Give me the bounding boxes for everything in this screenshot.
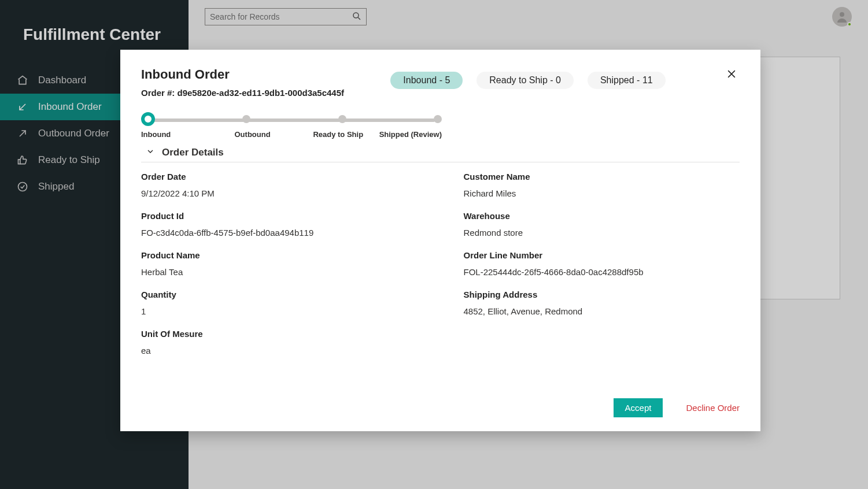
- field-value: Richard Miles: [464, 188, 740, 198]
- field-product-name: Product Name Herbal Tea: [141, 250, 418, 277]
- step-label: Ready to Ship: [304, 130, 373, 139]
- field-order-line-number: Order Line Number FOL-225444dc-26f5-4666…: [464, 250, 740, 277]
- field-value: 4852, Elliot, Avenue, Redmond: [464, 306, 740, 316]
- field-unit-of-measure: Unit Of Mesure ea: [141, 329, 418, 355]
- step-dot-shipped: [434, 115, 442, 123]
- modal-footer: Accept Decline Order: [141, 394, 740, 417]
- step-label: Inbound: [141, 130, 210, 139]
- step-dot-ready: [338, 115, 346, 123]
- pill-inbound[interactable]: Inbound - 5: [390, 72, 463, 89]
- step-dot-inbound: [141, 112, 155, 126]
- field-value: FOL-225444dc-26f5-4666-8da0-0ac4288df95b: [464, 267, 740, 277]
- pill-ready-to-ship[interactable]: Ready to Ship - 0: [477, 72, 574, 89]
- field-label: Quantity: [141, 290, 418, 299]
- order-stepper: Inbound Outbound Ready to Ship Shipped (…: [141, 114, 442, 139]
- step-dot-outbound: [242, 115, 250, 123]
- order-number: Order #: d9e5820e-ad32-ed11-9db1-000d3a5…: [141, 88, 344, 98]
- section-title: Order Details: [162, 147, 224, 158]
- field-product-id: Product Id FO-c3d4c0da-6ffb-4575-b9ef-bd…: [141, 211, 418, 238]
- field-label: Product Name: [141, 250, 418, 260]
- order-details-toggle[interactable]: Order Details: [141, 147, 740, 162]
- field-label: Shipping Address: [464, 290, 740, 299]
- field-value: FO-c3d4c0da-6ffb-4575-b9ef-bd0aa494b119: [141, 228, 418, 238]
- field-label: Customer Name: [464, 172, 740, 181]
- field-value: Redmond store: [464, 228, 740, 238]
- field-value: ea: [141, 346, 418, 355]
- accept-button[interactable]: Accept: [614, 398, 663, 417]
- field-label: Warehouse: [464, 211, 740, 221]
- field-customer-name: Customer Name Richard Miles: [464, 172, 740, 198]
- field-label: Order Line Number: [464, 250, 740, 260]
- close-icon: [726, 68, 737, 82]
- field-value: 9/12/2022 4:10 PM: [141, 188, 418, 198]
- field-label: Unit Of Mesure: [141, 329, 418, 339]
- field-quantity: Quantity 1: [141, 290, 418, 316]
- field-order-date: Order Date 9/12/2022 4:10 PM: [141, 172, 418, 198]
- field-value: 1: [141, 306, 418, 316]
- chevron-down-icon: [141, 147, 155, 158]
- decline-order-button[interactable]: Decline Order: [686, 403, 740, 413]
- close-button[interactable]: [723, 67, 740, 83]
- field-label: Order Date: [141, 172, 418, 181]
- field-shipping-address: Shipping Address 4852, Elliot, Avenue, R…: [464, 290, 740, 316]
- field-value: Herbal Tea: [141, 267, 418, 277]
- status-pill-row: Inbound - 5 Ready to Ship - 0 Shipped - …: [390, 67, 665, 89]
- step-label: Outbound: [210, 130, 304, 139]
- inbound-order-modal: Inbound Order Order #: d9e5820e-ad32-ed1…: [120, 50, 760, 431]
- details-right-column: Customer Name Richard Miles Warehouse Re…: [464, 172, 740, 394]
- step-label: Shipped (Review): [373, 130, 442, 139]
- field-warehouse: Warehouse Redmond store: [464, 211, 740, 238]
- modal-title: Inbound Order: [141, 67, 344, 82]
- field-label: Product Id: [141, 211, 418, 221]
- details-left-column: Order Date 9/12/2022 4:10 PM Product Id …: [141, 172, 418, 394]
- pill-shipped[interactable]: Shipped - 11: [588, 72, 666, 89]
